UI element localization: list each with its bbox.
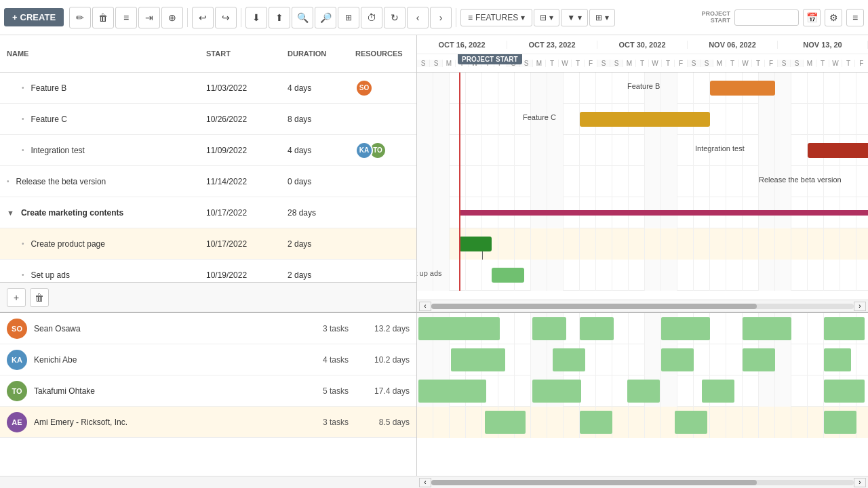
resource-gantt-row[interactable]: 8h	[417, 344, 868, 375]
scroll-thumb-2[interactable]	[431, 480, 757, 485]
scroll-right-button[interactable]: ›	[854, 302, 866, 311]
clock-icon: ⏱	[367, 12, 376, 23]
resource-days: 8.5 days	[355, 418, 410, 427]
expand-button[interactable]: ⬆	[269, 7, 290, 28]
col-duration-header: DURATION	[281, 49, 349, 58]
day-cell: M	[804, 60, 816, 67]
gantt-row[interactable]	[417, 197, 868, 228]
create-button[interactable]: + CREATE	[4, 8, 64, 26]
day-cell: F	[675, 60, 688, 67]
table-row[interactable]: • Create product page 10/17/2022 2 days	[0, 228, 416, 260]
gantt-row[interactable]	[417, 228, 868, 260]
day-header-row: S S M T W T F S S M T W T F S S M	[417, 54, 868, 73]
scroll-right-button-2[interactable]: ›	[854, 478, 866, 487]
table-row[interactable]: • Set up ads 10/19/2022 2 days	[0, 260, 416, 282]
resource-gantt-panel[interactable]: 8h	[417, 313, 868, 476]
task-resources-value: KA TO	[349, 142, 416, 159]
zoom-out-icon: 🔎	[320, 12, 332, 23]
gantt-body[interactable]: Feature B	[417, 73, 868, 300]
left-arrow-icon: ‹	[416, 12, 420, 23]
gantt-row[interactable]: Integration test	[417, 135, 868, 166]
bullet-icon: •	[7, 178, 9, 185]
clock-button[interactable]: ⏱	[361, 7, 382, 28]
resource-tasks: 5 tasks	[294, 386, 349, 396]
day-cell: F	[765, 60, 778, 67]
resource-row[interactable]: TO Takafumi Ohtake 5 tasks 17.4 days	[0, 375, 416, 407]
zoom-in-icon: 🔍	[297, 12, 309, 23]
hamburger-button[interactable]: ≡	[846, 9, 864, 26]
scroll-thumb[interactable]	[431, 304, 757, 309]
resource-panel: SO Sean Osawa 3 tasks 13.2 days KA Kenic…	[0, 313, 417, 476]
table-row[interactable]: • Feature B 11/03/2022 4 days SO	[0, 73, 416, 104]
resource-row[interactable]: SO Sean Osawa 3 tasks 13.2 days	[0, 313, 416, 344]
bottom-scroll-bar[interactable]: ‹ ›	[0, 476, 868, 488]
scroll-left-button[interactable]: ‹	[419, 302, 431, 311]
features-dropdown[interactable]: ≡ FEATURES ▾	[460, 9, 532, 26]
project-start-area: PROJECT START 10/17/2022 📅 ⚙ ≡	[701, 9, 864, 26]
task-start-value: 10/17/2022	[199, 239, 281, 249]
undo-button[interactable]: ↩	[192, 7, 214, 28]
add-task-button[interactable]: +	[7, 288, 26, 307]
pencil-icon: ✏	[76, 12, 84, 23]
delete-task-button[interactable]: 🗑	[30, 288, 49, 307]
fit-button[interactable]: ⊞	[338, 7, 359, 28]
gantt-row[interactable]: Set up ads	[417, 260, 868, 291]
day-cell: T	[662, 60, 675, 67]
table-row[interactable]: • Integration test 11/09/2022 4 days KA …	[0, 135, 416, 166]
scroll-track	[431, 304, 854, 309]
gantt-row[interactable]: Feature B	[417, 73, 868, 104]
calendar-icon: 📅	[806, 12, 818, 23]
trash-icon: 🗑	[98, 12, 108, 23]
view-dropdown[interactable]: ⊟ ▾	[534, 9, 559, 26]
group-toggle-icon[interactable]: ▼	[7, 209, 14, 217]
table-row[interactable]: ▼ Create marketing contents 10/17/2022 2…	[0, 197, 416, 228]
day-cell: T	[636, 60, 649, 67]
project-start-date-input[interactable]: 10/17/2022	[734, 9, 799, 26]
resource-gantt-row[interactable]: 8h	[417, 313, 868, 344]
filter-dropdown[interactable]: ▼ ▾	[561, 9, 588, 26]
settings-icon: ⚙	[829, 12, 838, 23]
redo-button[interactable]: ↪	[215, 7, 237, 28]
refresh-button[interactable]: ↻	[384, 7, 406, 28]
stamp-button[interactable]: ⊕	[161, 7, 183, 28]
delete-button[interactable]: 🗑	[92, 7, 114, 28]
day-cell: S	[778, 60, 791, 67]
task-name-label: Release the beta version	[16, 177, 106, 186]
table-row[interactable]: • Release the beta version 11/14/2022 0 …	[0, 166, 416, 197]
resource-days: 10.2 days	[355, 355, 410, 365]
collapse-button[interactable]: ⬇	[245, 7, 267, 28]
scroll-right-area[interactable]: ‹ ›	[417, 476, 868, 488]
redo-icon: ↪	[222, 12, 230, 23]
hamburger-icon: ≡	[852, 12, 858, 23]
task-duration-value: 28 days	[281, 208, 349, 218]
task-list: • Feature B 11/03/2022 4 days SO • Featu…	[0, 73, 416, 282]
zoom-out-button[interactable]: 🔎	[315, 7, 336, 28]
gantt-chart-panel: OCT 16, 2022 OCT 23, 2022 OCT 30, 2022 N…	[417, 35, 868, 312]
gantt-scroll-bar[interactable]: ‹ ›	[417, 300, 868, 312]
fit-icon: ⊞	[345, 13, 352, 22]
day-cell: M	[533, 60, 546, 67]
calendar-button[interactable]: 📅	[803, 9, 821, 26]
resource-row[interactable]: KA Kenichi Abe 4 tasks 10.2 days	[0, 344, 416, 375]
nav-left-button[interactable]: ‹	[407, 7, 429, 28]
chevron-down-icon-3: ▾	[578, 13, 582, 22]
resource-gantt-row[interactable]: 8h	[417, 375, 868, 407]
indent-button[interactable]: ⇥	[138, 7, 160, 28]
edit-button[interactable]: ✏	[69, 7, 91, 28]
zoom-in-button[interactable]: 🔍	[292, 7, 313, 28]
table-row[interactable]: • Feature C 10/26/2022 8 days	[0, 104, 416, 135]
gantt-row[interactable]: Feature C	[417, 104, 868, 135]
grouping-dropdown[interactable]: ⊞ ▾	[589, 9, 615, 26]
scroll-left-button-2[interactable]: ‹	[419, 478, 431, 487]
resource-name: Ami Emery - Ricksoft, Inc.	[34, 418, 288, 427]
nav-right-button[interactable]: ›	[430, 7, 452, 28]
gantt-row[interactable]: Release the beta version	[417, 166, 868, 197]
day-cell: S	[520, 60, 533, 67]
resource-row[interactable]: AE Ami Emery - Ricksoft, Inc. 3 tasks 8.…	[0, 407, 416, 438]
resource-gantt-row[interactable]: 8h	[417, 407, 868, 438]
settings-button[interactable]: ⚙	[825, 9, 842, 26]
resource-name: Kenichi Abe	[34, 355, 288, 365]
chevron-down-icon-4: ▾	[605, 13, 609, 22]
day-cell: S	[791, 60, 804, 67]
list-button[interactable]: ≡	[115, 7, 137, 28]
